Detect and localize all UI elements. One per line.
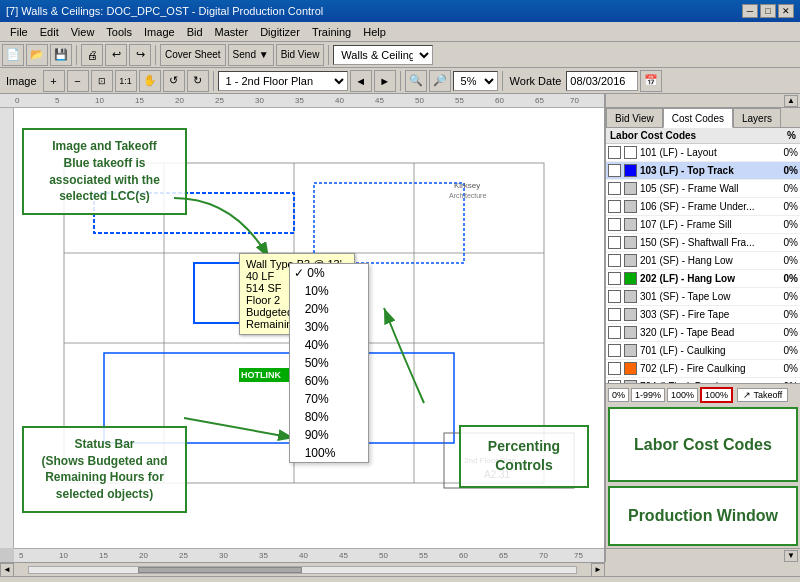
send-button[interactable]: Send ▼ bbox=[228, 44, 274, 66]
lcc-row-701[interactable]: 701 (LF) - Caulking 0% bbox=[606, 342, 800, 360]
status-bar: Wed, Aug 03, 2016 Page 1 of 3 B: 1 Hrs 4… bbox=[0, 576, 800, 582]
zoom-out-button[interactable]: − bbox=[67, 70, 89, 92]
lcc-panel[interactable]: Labor Cost Codes % 101 (LF) - Layout 0% … bbox=[606, 128, 800, 383]
lcc-row-201[interactable]: 201 (SF) - Hang Low 0% bbox=[606, 252, 800, 270]
pct-100[interactable]: 100% bbox=[290, 444, 368, 462]
lcc-checkbox-107[interactable] bbox=[608, 218, 621, 231]
scroll-down-button[interactable]: ▼ bbox=[784, 550, 798, 562]
lcc-checkbox-702[interactable] bbox=[608, 362, 621, 375]
cover-sheet-button[interactable]: Cover Sheet bbox=[160, 44, 226, 66]
image-area[interactable]: 0 5 10 15 20 25 30 35 40 45 50 55 60 65 … bbox=[0, 94, 605, 562]
lcc-row-105[interactable]: 105 (SF) - Frame Wall 0% bbox=[606, 180, 800, 198]
lcc-checkbox-150[interactable] bbox=[608, 236, 621, 249]
lcc-checkbox-101[interactable] bbox=[608, 146, 621, 159]
lcc-pct-701: 0% bbox=[773, 345, 798, 356]
next-plan-button[interactable]: ► bbox=[374, 70, 396, 92]
pan-button[interactable]: ✋ bbox=[139, 70, 161, 92]
zoom-out2-button[interactable]: 🔎 bbox=[429, 70, 451, 92]
pct-0-btn[interactable]: 0% bbox=[608, 388, 629, 402]
lcc-checkbox-320[interactable] bbox=[608, 326, 621, 339]
bid-view-button[interactable]: Bid View bbox=[276, 44, 325, 66]
save-button[interactable]: 💾 bbox=[50, 44, 72, 66]
minimize-button[interactable]: ─ bbox=[742, 4, 758, 18]
lcc-name-320: 320 (LF) - Tape Bead bbox=[640, 327, 773, 338]
lcc-row-303[interactable]: 303 (SF) - Fire Tape 0% bbox=[606, 306, 800, 324]
pct-100-bold-btn[interactable]: 100% bbox=[700, 387, 733, 403]
toolbar-main: 📄 📂 💾 🖨 ↩ ↪ Cover Sheet Send ▼ Bid View … bbox=[0, 42, 800, 68]
tab-cost-codes[interactable]: Cost Codes bbox=[663, 108, 733, 128]
lcc-row-107[interactable]: 107 (LF) - Frame Sill 0% bbox=[606, 216, 800, 234]
lcc-name-150: 150 (SF) - Shaftwall Fra... bbox=[640, 237, 773, 248]
lcc-row-150[interactable]: 150 (SF) - Shaftwall Fra... 0% bbox=[606, 234, 800, 252]
menu-edit[interactable]: Edit bbox=[34, 24, 65, 40]
tab-layers[interactable]: Layers bbox=[733, 108, 781, 128]
percent-dropdown[interactable]: ✓ 0% 10% 20% 30% 40% 50% 60% 70% 80% 90%… bbox=[289, 263, 369, 463]
pct-10[interactable]: 10% bbox=[290, 282, 368, 300]
plan-select[interactable]: 1 - 2nd Floor Plan bbox=[218, 71, 348, 91]
takeoff-btn[interactable]: ↗ Takeoff bbox=[737, 388, 788, 402]
zoom-select[interactable]: 5% bbox=[453, 71, 498, 91]
lcc-checkbox-202[interactable] bbox=[608, 272, 621, 285]
pct-range-btn[interactable]: 1-99% bbox=[631, 388, 665, 402]
scroll-track-h[interactable] bbox=[28, 566, 577, 574]
tab-bid-view[interactable]: Bid View bbox=[606, 108, 663, 128]
lcc-row-202[interactable]: 202 (LF) - Hang Low 0% bbox=[606, 270, 800, 288]
zoom-100-button[interactable]: 1:1 bbox=[115, 70, 137, 92]
pct-100-btn[interactable]: 100% bbox=[667, 388, 698, 402]
lcc-row-101[interactable]: 101 (LF) - Layout 0% bbox=[606, 144, 800, 162]
lcc-checkbox-701[interactable] bbox=[608, 344, 621, 357]
pct-90[interactable]: 90% bbox=[290, 426, 368, 444]
work-date-input[interactable] bbox=[566, 71, 638, 91]
lcc-checkbox-106[interactable] bbox=[608, 200, 621, 213]
scroll-up-button[interactable]: ▲ bbox=[784, 95, 798, 107]
lcc-row-103[interactable]: 103 (LF) - Top Track 0% bbox=[606, 162, 800, 180]
lcc-checkbox-303[interactable] bbox=[608, 308, 621, 321]
scroll-thumb-h[interactable] bbox=[138, 567, 302, 573]
ruler-top: 0 5 10 15 20 25 30 35 40 45 50 55 60 65 … bbox=[0, 94, 604, 108]
menu-training[interactable]: Training bbox=[306, 24, 357, 40]
rotate-left-button[interactable]: ↺ bbox=[163, 70, 185, 92]
fit-button[interactable]: ⊡ bbox=[91, 70, 113, 92]
lcc-row-702[interactable]: 702 (LF) - Fire Caulking 0% bbox=[606, 360, 800, 378]
lcc-checkbox-301[interactable] bbox=[608, 290, 621, 303]
rotate-right-button[interactable]: ↻ bbox=[187, 70, 209, 92]
close-button[interactable]: ✕ bbox=[778, 4, 794, 18]
window-controls: ─ □ ✕ bbox=[742, 4, 794, 18]
scroll-right-btn[interactable]: ► bbox=[591, 563, 605, 577]
lcc-checkbox-103[interactable] bbox=[608, 164, 621, 177]
menu-bid[interactable]: Bid bbox=[181, 24, 209, 40]
pct-40[interactable]: 40% bbox=[290, 336, 368, 354]
date-picker-button[interactable]: 📅 bbox=[640, 70, 662, 92]
redo-button[interactable]: ↪ bbox=[129, 44, 151, 66]
lcc-row-320[interactable]: 320 (LF) - Tape Bead 0% bbox=[606, 324, 800, 342]
lcc-checkbox-105[interactable] bbox=[608, 182, 621, 195]
lcc-checkbox-201[interactable] bbox=[608, 254, 621, 267]
lcc-row-301[interactable]: 301 (SF) - Tape Low 0% bbox=[606, 288, 800, 306]
zoom-in-button[interactable]: + bbox=[43, 70, 65, 92]
menu-file[interactable]: File bbox=[4, 24, 34, 40]
lcc-row-106[interactable]: 106 (SF) - Frame Under... 0% bbox=[606, 198, 800, 216]
menu-digitizer[interactable]: Digitizer bbox=[254, 24, 306, 40]
pct-70[interactable]: 70% bbox=[290, 390, 368, 408]
pct-50[interactable]: 50% bbox=[290, 354, 368, 372]
new-button[interactable]: 📄 bbox=[2, 44, 24, 66]
pct-60[interactable]: 60% bbox=[290, 372, 368, 390]
prev-plan-button[interactable]: ◄ bbox=[350, 70, 372, 92]
menu-tools[interactable]: Tools bbox=[100, 24, 138, 40]
menu-view[interactable]: View bbox=[65, 24, 101, 40]
menu-image[interactable]: Image bbox=[138, 24, 181, 40]
open-button[interactable]: 📂 bbox=[26, 44, 48, 66]
pct-0[interactable]: ✓ 0% bbox=[290, 264, 368, 282]
section-select[interactable]: Walls & Ceilings bbox=[333, 45, 433, 65]
horizontal-scrollbar[interactable]: ◄ ► bbox=[0, 562, 605, 576]
undo-button[interactable]: ↩ bbox=[105, 44, 127, 66]
maximize-button[interactable]: □ bbox=[760, 4, 776, 18]
print-button[interactable]: 🖨 bbox=[81, 44, 103, 66]
pct-80[interactable]: 80% bbox=[290, 408, 368, 426]
menu-help[interactable]: Help bbox=[357, 24, 392, 40]
zoom-in2-button[interactable]: 🔍 bbox=[405, 70, 427, 92]
scroll-left-btn[interactable]: ◄ bbox=[0, 563, 14, 577]
menu-master[interactable]: Master bbox=[209, 24, 255, 40]
pct-30[interactable]: 30% bbox=[290, 318, 368, 336]
pct-20[interactable]: 20% bbox=[290, 300, 368, 318]
